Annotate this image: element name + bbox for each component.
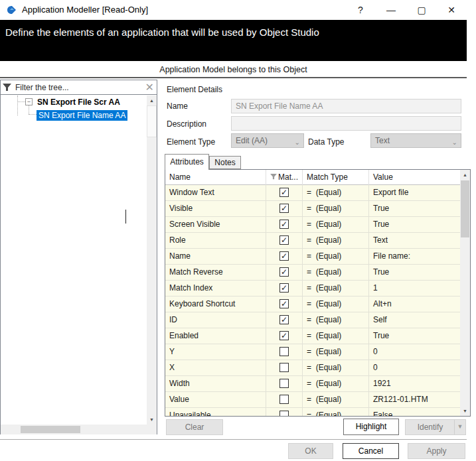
match-cell: ✓	[266, 296, 303, 312]
tree-panel: Filter the tree... ✕ − SN Export File Sc…	[0, 80, 157, 434]
table-row[interactable]: Match Index✓= (Equal)1	[165, 281, 460, 296]
tree-vscroll-thumb[interactable]	[147, 105, 157, 137]
table-row[interactable]: Screen Visible✓= (Equal)True	[165, 217, 460, 233]
checkbox-checked[interactable]: ✓	[279, 267, 289, 277]
match-type-cell: = (Equal)	[303, 392, 369, 408]
value-cell: Export file	[369, 185, 460, 201]
value-cell: Text	[369, 233, 460, 249]
tree-collapse-toggle[interactable]: −	[25, 98, 33, 105]
checkbox-checked[interactable]: ✓	[279, 331, 289, 340]
checkbox-checked[interactable]: ✓	[279, 283, 289, 293]
table-vscrollbar[interactable]: ▲ ▼	[460, 170, 470, 416]
table-row[interactable]: Width= (Equal)1921	[165, 376, 460, 392]
attribute-name-cell: Screen Visible	[165, 217, 266, 233]
filter-funnel-icon	[270, 174, 277, 180]
ok-button[interactable]: OK	[288, 443, 333, 459]
table-row[interactable]: Name✓= (Equal)File name:	[165, 249, 460, 265]
name-field[interactable]: SN Export File Name AA	[231, 99, 461, 113]
chevron-down-icon: ⌄	[452, 136, 457, 149]
checkbox-checked[interactable]: ✓	[279, 220, 289, 229]
tree-hscrollbar[interactable]	[1, 425, 157, 434]
clear-button[interactable]: Clear	[166, 419, 223, 435]
match-cell: ✓	[266, 249, 303, 265]
match-cell: ✓	[266, 281, 303, 296]
scroll-down-icon[interactable]: ▼	[147, 415, 157, 425]
data-type-select[interactable]: Text ⌄	[370, 133, 461, 148]
match-type-cell: = (Equal)	[303, 185, 369, 201]
column-header-match[interactable]: Mat...	[266, 170, 303, 185]
attribute-name-cell: Width	[165, 376, 266, 392]
element-type-select[interactable]: Edit (AA) ⌄	[231, 133, 304, 148]
tree-hscroll-thumb[interactable]	[21, 426, 80, 433]
identify-button[interactable]: Identify ▼	[405, 419, 466, 435]
checkbox-unchecked[interactable]	[279, 411, 289, 417]
value-cell: True	[369, 328, 460, 344]
chevron-down-icon: ⌄	[295, 136, 300, 149]
table-vscroll-thumb[interactable]	[461, 180, 469, 237]
table-row[interactable]: Window Text✓= (Equal)Export file	[165, 185, 460, 201]
column-header-match-type[interactable]: Match Type	[303, 170, 369, 185]
table-row[interactable]: Y= (Equal)0	[165, 344, 460, 360]
title-bar: Application Modeller [Read-Only] ? — ▢ ✕	[0, 0, 476, 20]
checkbox-unchecked[interactable]	[279, 379, 289, 388]
maximize-button[interactable]: ▢	[410, 0, 433, 20]
checkbox-checked[interactable]: ✓	[279, 235, 289, 245]
scroll-up-icon[interactable]: ▲	[147, 96, 157, 105]
column-header-value[interactable]: Value	[369, 170, 460, 185]
value-cell: Alt+n	[369, 296, 460, 312]
table-row[interactable]: X= (Equal)0	[165, 360, 460, 376]
checkbox-checked[interactable]: ✓	[279, 188, 289, 197]
table-row[interactable]: Value= (Equal)ZR121-01.HTM	[165, 392, 460, 408]
match-cell	[266, 360, 303, 376]
tree-vscrollbar[interactable]: ▲ ▼	[147, 96, 157, 425]
highlight-button[interactable]: Highlight	[343, 419, 399, 435]
identify-dropdown-icon[interactable]: ▼	[454, 420, 465, 434]
match-type-cell: = (Equal)	[303, 328, 369, 344]
help-button[interactable]: ?	[349, 0, 372, 20]
attribute-name-cell: Role	[165, 233, 266, 249]
attribute-name-cell: Visible	[165, 201, 266, 217]
match-cell: ✓	[266, 217, 303, 233]
scroll-down-icon[interactable]: ▼	[460, 406, 470, 416]
match-type-cell: = (Equal)	[303, 249, 369, 265]
checkbox-checked[interactable]: ✓	[279, 204, 289, 213]
clear-filter-icon[interactable]: ✕	[145, 81, 154, 94]
tree-item-selected[interactable]: SN Export File Name AA	[37, 110, 127, 121]
element-details-title: Element Details	[167, 85, 222, 94]
table-row[interactable]: Role✓= (Equal)Text	[165, 233, 460, 249]
scroll-up-icon[interactable]: ▲	[460, 170, 470, 180]
match-type-cell: = (Equal)	[303, 360, 369, 376]
tree-guide	[17, 101, 25, 102]
subtitle: Application Model belongs to this Object	[0, 65, 467, 74]
tree-guide	[29, 105, 29, 114]
match-type-cell: = (Equal)	[303, 233, 369, 249]
checkbox-checked[interactable]: ✓	[279, 299, 289, 308]
table-row[interactable]: Visible✓= (Equal)True	[165, 201, 460, 217]
match-cell: ✓	[266, 201, 303, 217]
description-label: Description	[167, 119, 206, 129]
table-row[interactable]: Unavailable= (Equal)False	[165, 408, 460, 417]
table-row[interactable]: Match Reverse✓= (Equal)True	[165, 265, 460, 281]
top-divider	[0, 77, 467, 78]
column-header-name[interactable]: Name	[165, 170, 266, 185]
match-type-cell: = (Equal)	[303, 201, 369, 217]
checkbox-unchecked[interactable]	[279, 363, 289, 372]
table-row[interactable]: ID✓= (Equal)Self	[165, 312, 460, 328]
checkbox-checked[interactable]: ✓	[279, 251, 289, 261]
minimize-button[interactable]: —	[380, 0, 402, 20]
tab-notes[interactable]: Notes	[209, 156, 241, 169]
tab-attributes[interactable]: Attributes	[165, 154, 209, 170]
tree-filter-input[interactable]: Filter the tree... ✕	[1, 80, 157, 95]
match-cell: ✓	[266, 312, 303, 328]
cancel-button[interactable]: Cancel	[343, 443, 399, 459]
apply-button[interactable]: Apply	[408, 443, 465, 459]
checkbox-unchecked[interactable]	[279, 395, 289, 404]
attribute-name-cell: Match Reverse	[165, 265, 266, 281]
table-row[interactable]: Enabled✓= (Equal)True	[165, 328, 460, 344]
table-row[interactable]: Keyboard Shortcut✓= (Equal)Alt+n	[165, 296, 460, 312]
description-field[interactable]	[231, 116, 461, 131]
checkbox-checked[interactable]: ✓	[279, 315, 289, 324]
checkbox-unchecked[interactable]	[279, 347, 289, 356]
tree-item-parent[interactable]: SN Export File Scr AA	[35, 97, 122, 107]
close-button[interactable]: ✕	[440, 0, 463, 20]
